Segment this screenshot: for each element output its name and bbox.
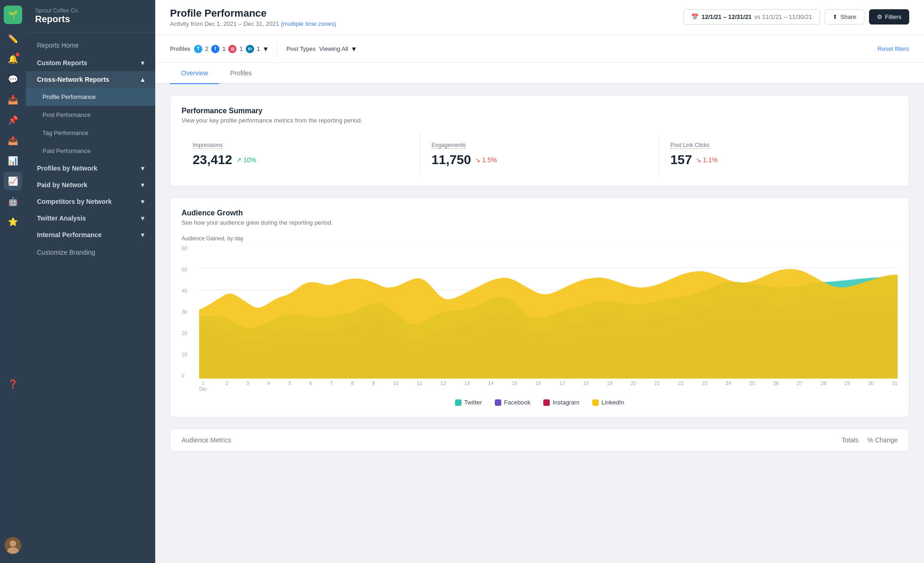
sidebar-item-tag-performance[interactable]: Tag Performance: [26, 124, 155, 142]
y-label-20: 20: [182, 330, 187, 336]
share-icon: ⬆: [833, 13, 838, 20]
totals-label: Totals % Change: [842, 436, 898, 444]
tab-overview[interactable]: Overview: [170, 63, 219, 84]
topbar-actions: 📅 12/1/21 – 12/31/21 vs 11/1/21 – 11/30/…: [683, 9, 909, 24]
publishing-icon[interactable]: 📤: [4, 131, 22, 150]
audience-growth-subtitle: See how your audience grew during the re…: [182, 219, 898, 226]
facebook-count: 1: [222, 45, 225, 52]
x-label-17: 17: [559, 380, 565, 386]
x-label-25: 25: [749, 380, 755, 386]
filter-bar: Profiles T 2 f 1 ◎ 1 in 1 ▾ Post Types V…: [155, 35, 924, 63]
x-label-23: 23: [702, 380, 707, 386]
sidebar-item-customize-branding[interactable]: Customize Branding: [26, 243, 155, 262]
audience-growth-card: Audience Growth See how your audience gr…: [170, 197, 909, 417]
post-types-value: Viewing All: [319, 45, 348, 52]
x-label-10: 10: [393, 380, 398, 386]
x-label-3: 3: [246, 380, 249, 386]
sidebar-item-internal-performance[interactable]: Internal Performance ▾: [26, 226, 155, 243]
instagram-network-icon: ◎: [228, 45, 237, 53]
impressions-change: ↗ 10%: [236, 156, 256, 164]
x-label-7: 7: [330, 380, 333, 386]
sidebar-item-post-performance[interactable]: Post Performance: [26, 106, 155, 124]
compose-icon[interactable]: ✏️: [4, 30, 22, 48]
x-label-29: 29: [845, 380, 850, 386]
y-label-30: 30: [182, 309, 187, 315]
messages-icon[interactable]: 💬: [4, 70, 22, 89]
performance-summary-card: Performance Summary View your key profil…: [170, 95, 909, 186]
x-label-5: 5: [288, 380, 291, 386]
audience-chart: 60 50 40 30 20 10 0 1Dec 2 3 4 5 6 7: [182, 245, 898, 393]
x-label-20: 20: [631, 380, 636, 386]
x-label-24: 24: [726, 380, 731, 386]
share-button[interactable]: ⬆ Share: [825, 9, 864, 24]
chart-label: Audience Gained, by day: [182, 235, 898, 242]
automations-icon[interactable]: 🤖: [4, 192, 22, 211]
sidebar-item-profile-performance[interactable]: Profile Performance: [26, 88, 155, 106]
x-label-22: 22: [678, 380, 684, 386]
engagements-label[interactable]: Engagements: [432, 142, 466, 149]
legend-twitter: Twitter: [455, 399, 482, 406]
facebook-network-icon: f: [211, 45, 219, 53]
engagements-metric: Engagements 11,750 ↘ 1.5%: [420, 133, 659, 175]
sidebar-item-cross-network[interactable]: Cross-Network Reports ▴: [26, 71, 155, 88]
tab-profiles[interactable]: Profiles: [219, 63, 263, 84]
filters-button[interactable]: ⚙ Filters: [869, 9, 909, 24]
page-title: Profile Performance: [170, 7, 336, 19]
content-area: Performance Summary View your key profil…: [155, 84, 924, 563]
instagram-count: 1: [239, 45, 243, 52]
legend-linkedin: LinkedIn: [592, 399, 624, 406]
engagements-change: ↘ 1.5%: [475, 156, 497, 164]
sidebar: Sprout Coffee Co. Reports Reports Home C…: [26, 0, 155, 563]
audience-growth-title: Audience Growth: [182, 209, 898, 217]
date-range-button[interactable]: 📅 12/1/21 – 12/31/21 vs 11/1/21 – 11/30/…: [683, 9, 820, 24]
sidebar-item-paid-performance[interactable]: Paid Performance: [26, 142, 155, 160]
x-label-21: 21: [654, 380, 660, 386]
profiles-filter[interactable]: Profiles T 2 f 1 ◎ 1 in 1 ▾: [170, 41, 277, 57]
x-label-15: 15: [512, 380, 517, 386]
help-icon[interactable]: ❓: [4, 375, 22, 393]
post-link-clicks-metric: Post Link Clicks 157 ↘ 1.1%: [659, 133, 898, 175]
sidebar-item-twitter-analysis[interactable]: Twitter Analysis ▾: [26, 210, 155, 226]
sidebar-item-custom-reports[interactable]: Custom Reports ▾: [26, 55, 155, 71]
x-axis: 1Dec 2 3 4 5 6 7 8 9 10 11 12 13 14 15 1…: [199, 380, 898, 393]
x-label-28: 28: [821, 380, 826, 386]
x-label-30: 30: [868, 380, 874, 386]
tasks-icon[interactable]: 📌: [4, 111, 22, 129]
x-label-13: 13: [464, 380, 470, 386]
facebook-legend-dot: [495, 399, 501, 406]
reports-icon[interactable]: 📈: [4, 172, 22, 190]
chevron-down-icon: ▾: [141, 59, 144, 67]
avatar[interactable]: [5, 537, 21, 554]
y-label-10: 10: [182, 352, 187, 357]
audience-metrics-label: Audience Metrics: [182, 436, 231, 444]
reset-filters-button[interactable]: Reset filters: [877, 45, 909, 52]
sidebar-item-competitors-by-network[interactable]: Competitors by Network ▾: [26, 193, 155, 210]
main-content: Profile Performance Activity from Dec 1,…: [155, 0, 924, 563]
chevron-down-icon: ▾: [141, 198, 144, 205]
sidebar-item-reports-home[interactable]: Reports Home: [26, 36, 155, 55]
post-link-clicks-label[interactable]: Post Link Clicks: [670, 142, 710, 149]
profiles-value: T 2 f 1 ◎ 1 in 1: [194, 45, 260, 53]
x-label-19: 19: [607, 380, 612, 386]
y-label-0: 0: [182, 373, 187, 379]
sidebar-item-profiles-by-network[interactable]: Profiles by Network ▾: [26, 160, 155, 177]
x-label-14: 14: [488, 380, 493, 386]
impressions-label[interactable]: Impressions: [193, 142, 223, 149]
impressions-value: 23,412 ↗ 10%: [193, 153, 409, 167]
post-link-clicks-change: ↘ 1.1%: [696, 156, 718, 164]
listening-icon[interactable]: 📊: [4, 152, 22, 170]
topbar: Profile Performance Activity from Dec 1,…: [155, 0, 924, 35]
page-subtitle: Activity from Dec 1, 2021 – Dec 31, 2021…: [170, 20, 336, 27]
timezone-link[interactable]: multiple time zones: [283, 20, 334, 27]
post-types-filter[interactable]: Post Types Viewing All ▾: [286, 41, 365, 57]
chart-legend: Twitter Facebook Instagram LinkedIn: [182, 399, 898, 406]
notifications-icon[interactable]: 🔔: [4, 50, 22, 68]
x-label-18: 18: [583, 380, 589, 386]
legend-instagram: Instagram: [543, 399, 579, 406]
sidebar-item-paid-by-network[interactable]: Paid by Network ▾: [26, 177, 155, 193]
tabs-bar: Overview Profiles: [155, 63, 924, 84]
x-label-11: 11: [417, 380, 422, 386]
inbox-icon[interactable]: 📥: [4, 91, 22, 109]
advocacy-icon[interactable]: ⭐: [4, 213, 22, 231]
chevron-up-icon: ▴: [141, 76, 144, 83]
